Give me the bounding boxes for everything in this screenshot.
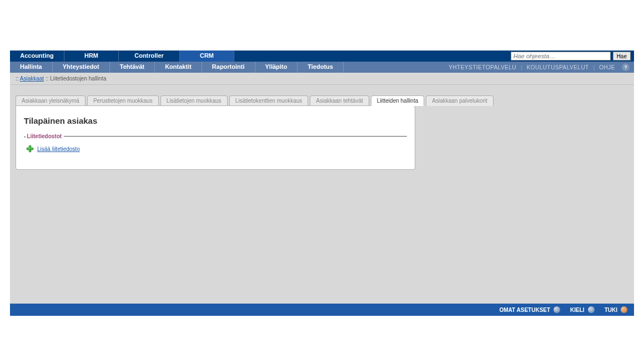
- panel: Tilapäinen asiakas - Liitetiedostot: [16, 105, 415, 170]
- svg-rect-3: [27, 148, 33, 149]
- top-nav: Accounting HRM Controller CRM Hae: [10, 51, 634, 62]
- add-attachment-link[interactable]: Lisää liitetiedosto: [37, 146, 80, 152]
- topnav-spacer: [234, 51, 511, 62]
- breadcrumb: :: Asiakkaat :: Liitetiedostojen hallint…: [10, 73, 634, 85]
- search-area: Hae: [511, 51, 634, 62]
- footer-kieli[interactable]: KIELI: [570, 306, 595, 313]
- footer-label: KIELI: [570, 307, 585, 313]
- tab-liitteet[interactable]: Liitteiden hallinta: [371, 95, 425, 106]
- add-attachment-row: Lisää liitetiedosto: [24, 145, 407, 153]
- topnav-accounting[interactable]: Accounting: [10, 51, 64, 62]
- footer-bar: OMAT ASETUKSET KIELI TUKI: [10, 304, 634, 316]
- topnav-crm[interactable]: CRM: [180, 51, 234, 62]
- panel-title: Tilapäinen asiakas: [24, 116, 407, 125]
- subnav-yllapito[interactable]: Ylläpito: [255, 62, 298, 73]
- sub-nav: Hallinta Yhteystiedot Tehtävät Kontaktit…: [10, 62, 634, 73]
- tab-lisatiedot[interactable]: Lisätietojen muokkaus: [160, 95, 228, 106]
- footer-label: OMAT ASETUKSET: [499, 307, 550, 313]
- subnav-yhteystiedot[interactable]: Yhteystiedot: [53, 62, 110, 73]
- breadcrumb-link-asiakkaat[interactable]: Asiakkaat: [20, 75, 44, 82]
- subnav-kontaktit[interactable]: Kontaktit: [155, 62, 202, 73]
- divider: |: [521, 64, 522, 70]
- subnav-hallinta[interactable]: Hallinta: [10, 62, 53, 73]
- search-input[interactable]: [511, 52, 611, 60]
- tab-lisatietokentat[interactable]: Lisätietokenttien muokkaus: [229, 95, 309, 106]
- breadcrumb-sep: ::: [44, 75, 50, 82]
- subnav-spacer: [344, 62, 449, 73]
- footer-omat-asetukset[interactable]: OMAT ASETUKSET: [499, 306, 560, 313]
- subnav-right: YHTEYSTIETOPALVELU | KOULUTUSPALVELUT | …: [449, 62, 634, 73]
- section-line: [64, 136, 407, 137]
- tab-yleisnakyma[interactable]: Asiakkaan yleisnäkymä: [16, 95, 85, 106]
- search-button[interactable]: Hae: [613, 52, 631, 60]
- globe-icon: [588, 306, 595, 313]
- topnav-hrm[interactable]: HRM: [64, 51, 119, 62]
- globe-icon: [554, 306, 560, 313]
- section-label: Liitetiedostot: [27, 133, 62, 139]
- breadcrumb-current: Liitetiedostojen hallinta: [50, 75, 106, 82]
- subnav-tiedotus[interactable]: Tiedotus: [298, 62, 344, 73]
- link-ohje[interactable]: OHJE: [599, 64, 615, 70]
- tabs-row: Asiakkaan yleisnäkymä Perustietojen muok…: [16, 95, 628, 105]
- tab-perustiedot[interactable]: Perustietojen muokkaus: [87, 95, 159, 106]
- tab-palvelukorit[interactable]: Asiakkaan palvelukorit: [426, 95, 494, 106]
- section-liitetiedostot: - Liitetiedostot: [24, 133, 407, 139]
- subnav-tehtavat[interactable]: Tehtävät: [110, 62, 155, 73]
- link-yhteystietopalvelu[interactable]: YHTEYSTIETOPALVELU: [449, 64, 516, 70]
- main-area: Asiakkaan yleisnäkymä Perustietojen muok…: [10, 85, 634, 316]
- footer-label: TUKI: [605, 307, 617, 313]
- footer-tuki[interactable]: TUKI: [605, 306, 627, 313]
- link-koulutuspalvelut[interactable]: KOULUTUSPALVELUT: [527, 64, 589, 70]
- subnav-raportointi[interactable]: Raportointi: [202, 62, 255, 73]
- tab-tehtavat[interactable]: Asiakkaan tehtävät: [310, 95, 369, 106]
- plus-icon: [26, 145, 34, 153]
- divider: |: [593, 64, 595, 70]
- help-icon[interactable]: ?: [622, 63, 630, 71]
- breadcrumb-prefix: ::: [16, 75, 20, 82]
- svg-rect-2: [29, 146, 30, 152]
- topnav-controller[interactable]: Controller: [119, 51, 180, 62]
- person-icon: [621, 306, 627, 313]
